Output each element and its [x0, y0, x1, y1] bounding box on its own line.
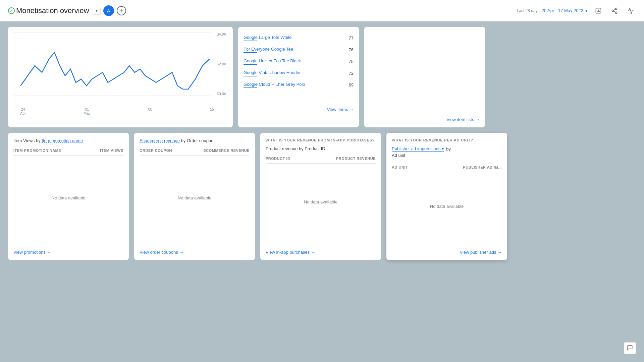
- y-label-bottom: $0.00: [217, 92, 226, 96]
- publisher-card: WHAT IS YOUR REVENUE PER AD UNIT? Publis…: [386, 133, 507, 260]
- item-row-0: Google Large Tote White 77: [244, 32, 354, 44]
- inapp-col2: PRODUCT REVENUE: [336, 157, 376, 161]
- publisher-header-label: WHAT IS YOUR REVENUE PER AD UNIT?: [392, 138, 502, 142]
- chart-area: $4.00 $2.00 $0.00: [13, 32, 227, 106]
- add-button[interactable]: +: [117, 6, 126, 15]
- x-label-1: 01 May: [84, 107, 91, 115]
- coupons-footer: View order coupons →: [140, 240, 250, 255]
- coupons-col-headers: ORDER COUPON ECOMMERCE REVENUE: [140, 144, 250, 156]
- inapp-title: Product revenue by Product ID: [266, 146, 376, 151]
- avatar: A: [103, 5, 114, 16]
- publisher-metric-suffix: by: [446, 146, 451, 152]
- item-row-1: For Everyone Google Tee 76: [244, 44, 354, 56]
- inapp-card: WHAT IS YOUR REVENUE FROM IN-APP PURCHAS…: [260, 133, 381, 260]
- chart-y-labels: $4.00 $2.00 $0.00: [217, 32, 227, 96]
- svg-point-4: [615, 8, 617, 9]
- title-dropdown-button[interactable]: ▾: [93, 7, 101, 15]
- item-name-1[interactable]: For Everyone Google Tee: [244, 47, 293, 52]
- y-label-mid: $2.00: [217, 62, 226, 66]
- header-right: Last 28 days 20 Apr - 17 May 2022 ▾: [517, 5, 636, 16]
- bottom-row: Item Views by Item promotion name ITEM P…: [8, 133, 636, 260]
- x-label-0: 24 Apr: [20, 107, 26, 115]
- top-bar: ✓ Monetisation overview ▾ A + Last 28 da…: [0, 0, 644, 21]
- publisher-col-headers: AD UNIT PUBLISHER AD IM...: [392, 162, 502, 172]
- main-content: $4.00 $2.00 $0.00 24 Apr 01 May 08: [0, 21, 644, 362]
- svg-line-7: [613, 11, 615, 12]
- item-count-1: 76: [349, 47, 354, 52]
- item-row-4: Google Cloud H...her Grey Polo 69: [244, 79, 354, 91]
- item-name-4[interactable]: Google Cloud H...her Grey Polo: [244, 82, 305, 87]
- publisher-metric-dropdown[interactable]: Publisher ad impressions ▾: [392, 146, 444, 152]
- status-check-icon: ✓: [8, 7, 15, 14]
- feedback-button[interactable]: [624, 342, 636, 354]
- item-bar-3: [244, 76, 257, 76]
- view-coupons-link[interactable]: View order coupons →: [140, 250, 250, 255]
- promotions-footer: View promotions →: [13, 240, 123, 255]
- x-label-3: 15: [210, 107, 214, 115]
- promotions-title: Item Views by Item promotion name: [13, 138, 123, 143]
- publisher-footer: View publisher ads →: [392, 240, 502, 255]
- items-list: Google Large Tote White 77 For Everyone …: [244, 32, 354, 91]
- date-label: Last 28 days: [517, 8, 540, 13]
- publisher-metric-row: Publisher ad impressions ▾ by: [392, 146, 502, 152]
- inapp-footer: View in-app purchases →: [266, 240, 376, 255]
- item-name-3[interactable]: Google Vinta...hadow Hoodie: [244, 70, 300, 75]
- item-name-2[interactable]: Google Unisex Eco Tee Black: [244, 58, 301, 63]
- inapp-no-data: No data available: [266, 164, 376, 240]
- svg-line-8: [613, 9, 615, 10]
- view-promotions-link[interactable]: View promotions →: [13, 250, 123, 255]
- date-value[interactable]: 20 Apr - 17 May 2022: [542, 8, 583, 13]
- item-count-0: 77: [349, 36, 354, 41]
- insights-icon-button[interactable]: [625, 5, 636, 16]
- promotions-col2: ITEM VIEWS: [100, 148, 123, 153]
- coupons-metric-link[interactable]: Ecommerce revenue: [140, 138, 180, 143]
- item-lists-card: View item lists →: [364, 27, 485, 127]
- item-bar-1: [244, 52, 257, 53]
- promotions-card: Item Views by Item promotion name ITEM P…: [8, 133, 129, 260]
- coupons-card: Ecommerce revenue by Order coupon ORDER …: [134, 133, 255, 260]
- item-bar-4: [244, 87, 257, 88]
- line-chart-svg: [13, 32, 227, 96]
- x-label-2: 08: [148, 107, 152, 115]
- coupons-title: Ecommerce revenue by Order coupon: [140, 138, 250, 143]
- svg-point-5: [612, 10, 614, 11]
- item-count-4: 69: [349, 82, 354, 87]
- publisher-no-data: No data available: [392, 172, 502, 240]
- top-row: $4.00 $2.00 $0.00 24 Apr 01 May 08: [8, 27, 636, 127]
- y-label-top: $4.00: [217, 32, 226, 36]
- page-title: Monetisation overview: [16, 6, 89, 15]
- promotions-col1: ITEM PROMOTION NAME: [13, 148, 61, 153]
- view-inapp-link[interactable]: View in-app purchases →: [266, 250, 376, 255]
- publisher-col1: AD UNIT: [392, 165, 408, 169]
- promotions-metric-link[interactable]: Item promotion name: [42, 138, 83, 143]
- inapp-col-headers: PRODUCT ID PRODUCT REVENUE: [266, 153, 376, 164]
- promotions-col-headers: ITEM PROMOTION NAME ITEM VIEWS: [13, 144, 123, 156]
- inapp-col1: PRODUCT ID: [266, 157, 290, 161]
- promotions-no-data: No data available: [13, 156, 123, 240]
- item-name-0[interactable]: Google Large Tote White: [244, 35, 292, 40]
- item-count-3: 72: [349, 71, 354, 76]
- item-bar-2: [244, 64, 257, 65]
- publisher-dropdown-caret: ▾: [442, 146, 444, 151]
- view-publisher-ads-link[interactable]: View publisher ads →: [392, 250, 502, 255]
- revenue-chart-card: $4.00 $2.00 $0.00 24 Apr 01 May 08: [8, 27, 233, 127]
- coupons-col1: ORDER COUPON: [140, 148, 172, 153]
- report-icon-button[interactable]: [593, 5, 604, 16]
- view-items-link[interactable]: View items →: [244, 107, 354, 112]
- coupons-no-data: No data available: [140, 156, 250, 240]
- item-row-2: Google Unisex Eco Tee Black 75: [244, 56, 354, 67]
- view-item-lists-link[interactable]: View item lists →: [370, 117, 480, 122]
- chart-x-labels: 24 Apr 01 May 08 15: [13, 107, 227, 115]
- item-row-3: Google Vinta...hadow Hoodie 72: [244, 67, 354, 79]
- share-icon-button[interactable]: [609, 5, 620, 16]
- svg-point-6: [615, 12, 617, 13]
- publisher-col2: PUBLISHER AD IM...: [463, 165, 502, 169]
- coupons-col2: ECOMMERCE REVENUE: [204, 148, 250, 153]
- date-caret-icon[interactable]: ▾: [585, 8, 588, 13]
- items-card: Google Large Tote White 77 For Everyone …: [238, 27, 359, 127]
- date-range: Last 28 days 20 Apr - 17 May 2022 ▾: [517, 8, 588, 13]
- item-count-2: 75: [349, 59, 354, 64]
- item-bar-0: [244, 41, 257, 41]
- publisher-metric-by: Ad unit: [392, 153, 502, 158]
- inapp-header-label: WHAT IS YOUR REVENUE FROM IN-APP PURCHAS…: [266, 138, 376, 142]
